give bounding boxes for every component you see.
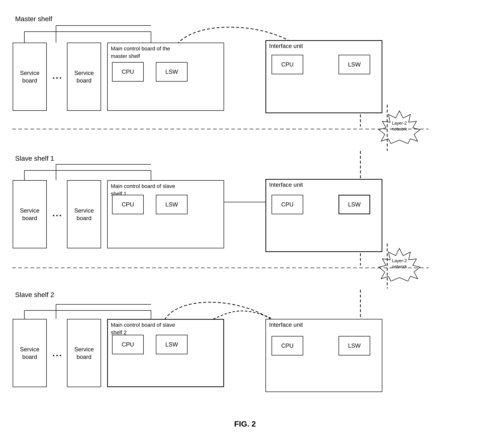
slave2-service-board-1: Service board: [13, 319, 47, 387]
slave2-interface-unit: [265, 319, 382, 392]
slave1-interface-cpu: CPU: [272, 195, 303, 214]
master-interface-lsw: LSW: [339, 55, 370, 74]
svg-text:network: network: [392, 127, 407, 131]
slave1-layer2-network: Layer-2 network: [373, 247, 426, 281]
slave1-main-control-cpu: CPU: [112, 195, 144, 214]
master-layer2-network: Layer-2 network: [373, 110, 426, 144]
slave2-main-control-lsw: LSW: [156, 335, 188, 354]
slave2-dots: ...: [52, 348, 63, 358]
figure-label: FIG. 2: [221, 420, 269, 429]
slave1-service-board-1: Service board: [13, 180, 47, 248]
svg-text:network: network: [392, 264, 407, 269]
slave1-interface-lsw: LSW: [339, 195, 370, 214]
master-service-board-2: Service board: [67, 43, 101, 111]
slave2-service-board-2: Service board: [67, 319, 101, 387]
slave1-dots: ...: [52, 208, 63, 218]
master-interface-cpu: CPU: [272, 55, 303, 74]
master-interface-unit: [265, 40, 382, 113]
slave2-interface-lsw: LSW: [339, 336, 370, 355]
master-service-board-1: Service board: [13, 43, 47, 111]
diagram-container: Master shelf Service board ... Service b…: [0, 0, 490, 448]
svg-text:Layer-2: Layer-2: [392, 121, 407, 126]
svg-text:Layer-2: Layer-2: [392, 258, 407, 263]
slave1-main-control-lsw: LSW: [156, 195, 188, 214]
master-shelf-label: Master shelf: [15, 15, 52, 23]
slave1-label: Slave shelf 1: [15, 155, 54, 162]
slave1-interface-unit-label: Interface unit: [269, 181, 303, 188]
master-main-control-label: Main control board of the master shelf: [111, 45, 184, 60]
master-dots: ...: [52, 71, 63, 81]
slave2-interface-cpu: CPU: [272, 336, 303, 355]
slave1-interface-unit: [265, 179, 382, 252]
slave2-main-control-cpu: CPU: [112, 335, 144, 354]
slave2-label: Slave shelf 2: [15, 291, 54, 299]
slave2-interface-unit-label: Interface unit: [269, 321, 303, 328]
master-main-control-lsw: LSW: [156, 62, 188, 82]
slave1-service-board-2: Service board: [67, 180, 101, 248]
master-main-control-cpu: CPU: [112, 62, 144, 82]
slave2-main-control-label: Main control board of slave shelf 2: [111, 321, 184, 336]
master-interface-unit-label: Interface unit: [269, 43, 303, 49]
